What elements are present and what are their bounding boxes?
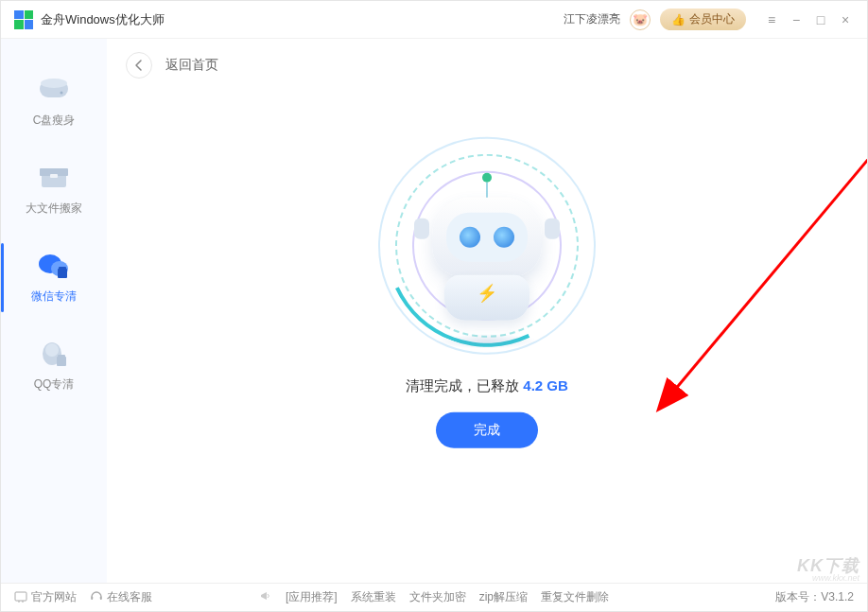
svg-point-2: [61, 92, 63, 95]
sidebar-item-c-drive[interactable]: C盘瘦身: [1, 58, 107, 146]
sidebar-item-big-files[interactable]: 大文件搬家: [1, 146, 107, 234]
sidebar-item-label: 微信专清: [31, 289, 77, 305]
vip-label: 会员中心: [689, 11, 735, 27]
svg-line-14: [674, 97, 868, 391]
sidebar-item-label: C盘瘦身: [33, 113, 76, 129]
user-avatar[interactable]: 🐷: [630, 9, 651, 30]
svg-rect-13: [58, 355, 65, 358]
titlebar-right: 江下凌漂亮 🐷 👍 会员中心 ≡ − □ ×: [564, 8, 858, 32]
vip-center-button[interactable]: 👍 会员中心: [660, 9, 746, 30]
menu-button[interactable]: ≡: [759, 8, 784, 32]
sidebar-item-label: QQ专清: [34, 376, 75, 393]
close-button[interactable]: ×: [833, 8, 858, 32]
svg-rect-19: [100, 597, 102, 601]
annotation-arrow: [580, 88, 868, 419]
wechat-clean-icon: [37, 251, 71, 281]
main-area: 返回首页 ⚡ 清理完成，已释放 4.2 GB 完成: [107, 39, 867, 583]
sidebar-item-wechat-clean[interactable]: 微信专清: [1, 234, 107, 322]
footer-link-recommend[interactable]: [应用推荐]: [286, 589, 338, 605]
svg-point-11: [45, 343, 59, 357]
result-panel: ⚡ 清理完成，已释放 4.2 GB 完成: [378, 136, 596, 447]
footer-link-reinstall[interactable]: 系统重装: [351, 589, 396, 605]
watermark: KK下载 www.kkx.net: [797, 557, 859, 583]
qq-clean-icon: [37, 339, 71, 369]
megaphone-icon: [259, 589, 272, 605]
window-controls: ≡ − □ ×: [759, 8, 858, 32]
app-title: 金舟Windows优化大师: [41, 11, 165, 28]
result-text: 清理完成，已释放 4.2 GB: [406, 376, 568, 394]
headset-icon: [90, 589, 103, 605]
thumbs-up-icon: 👍: [671, 13, 686, 26]
footer-link-zip[interactable]: zip解压缩: [479, 589, 528, 605]
footer-left: 官方网站 在线客服: [14, 589, 152, 605]
back-button[interactable]: [126, 52, 152, 79]
svg-rect-18: [91, 597, 93, 601]
disk-icon: [37, 75, 71, 105]
globe-icon: [14, 589, 27, 605]
done-button[interactable]: 完成: [436, 411, 538, 447]
footer-mid: [应用推荐] 系统重装 文件夹加密 zip解压缩 重复文件删除: [259, 589, 609, 605]
footer-link-encrypt[interactable]: 文件夹加密: [409, 589, 466, 605]
app-logo: [14, 10, 33, 29]
minimize-button[interactable]: −: [784, 8, 808, 32]
svg-point-1: [41, 79, 67, 88]
body: C盘瘦身 大文件搬家 微信专清 QQ专清 返回首页: [1, 39, 867, 583]
version-label: 版本号：V3.1.2: [775, 589, 854, 605]
result-prefix: 清理完成，已释放: [406, 376, 523, 393]
footer: 官方网站 在线客服 [应用推荐] 系统重装 文件夹加密 zip解压缩 重复文件删…: [1, 583, 867, 611]
svg-rect-9: [59, 267, 66, 270]
svg-rect-8: [58, 269, 67, 278]
sidebar-item-label: 大文件搬家: [26, 201, 82, 217]
box-icon: [37, 163, 71, 193]
back-label[interactable]: 返回首页: [165, 57, 218, 74]
footer-link-dedupe[interactable]: 重复文件删除: [541, 589, 609, 605]
svg-rect-12: [57, 357, 66, 366]
svg-rect-5: [50, 174, 58, 178]
top-nav: 返回首页: [107, 39, 867, 92]
svg-rect-15: [15, 592, 26, 601]
online-support-link[interactable]: 在线客服: [90, 589, 152, 605]
titlebar: 金舟Windows优化大师 江下凌漂亮 🐷 👍 会员中心 ≡ − □ ×: [1, 1, 867, 39]
sidebar-item-qq-clean[interactable]: QQ专清: [1, 322, 107, 410]
maximize-button[interactable]: □: [808, 8, 833, 32]
username-label[interactable]: 江下凌漂亮: [564, 11, 620, 27]
robot-illustration: ⚡: [378, 136, 596, 354]
sidebar: C盘瘦身 大文件搬家 微信专清 QQ专清: [1, 39, 107, 583]
official-site-link[interactable]: 官方网站: [14, 589, 77, 605]
result-size: 4.2 GB: [523, 376, 568, 393]
